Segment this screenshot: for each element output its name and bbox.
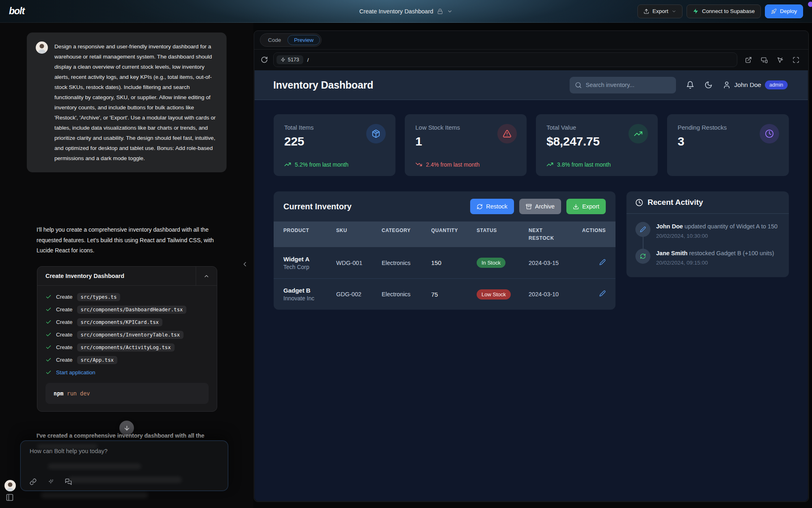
inventory-search[interactable]	[570, 77, 676, 93]
fullscreen-icon[interactable]	[793, 56, 799, 63]
search-icon	[575, 82, 582, 89]
trending-down-icon	[415, 161, 422, 168]
chat-input-box[interactable]	[20, 441, 228, 491]
pencil-icon	[635, 222, 650, 237]
recent-activity-panel: Recent Activity John Doe updated quantit…	[626, 191, 789, 277]
kpi-low-stock: Low Stock Items 1 2.4% from last month	[405, 114, 527, 176]
kpi-trend: 3.8% from last month	[546, 161, 611, 168]
notifications-bell-icon[interactable]	[686, 81, 694, 89]
notification-dot	[808, 2, 812, 7]
dashboard-title: Inventory Dashboard	[273, 79, 373, 91]
clock-icon	[635, 199, 643, 206]
project-title-menu[interactable]: Create Inventory Dashboard	[359, 0, 453, 23]
inspector-pointer-icon[interactable]	[777, 56, 784, 63]
table-row: Gadget B Innovate Inc GDG-002 Electronic…	[274, 278, 615, 310]
user-prompt-text: Design a responsive and user-friendly in…	[54, 41, 217, 163]
artifact-action: Start application	[45, 368, 209, 377]
export-button[interactable]: Export	[637, 4, 682, 18]
inventory-title: Current Inventory	[283, 202, 352, 211]
user-menu[interactable]: John Doe admin	[723, 80, 788, 89]
artifact-action: Create src/components/DashboardHeader.ts…	[45, 305, 209, 314]
browser-chrome: 5173 /	[254, 49, 808, 70]
artifact-action: Create src/components/ActivityLog.tsx	[45, 343, 209, 352]
file-chip[interactable]: src/components/ActivityLog.tsx	[77, 343, 175, 352]
discuss-mode-icon[interactable]	[65, 478, 72, 485]
sparkles-icon[interactable]	[48, 479, 54, 485]
project-title: Create Inventory Dashboard	[359, 8, 433, 15]
status-badge: Low Stock	[477, 289, 511, 300]
refresh-icon	[477, 204, 483, 210]
responsive-devices-icon[interactable]	[761, 56, 768, 63]
bolt-logo[interactable]: bolt	[9, 6, 24, 17]
check-icon	[45, 294, 52, 300]
sidebar-toggle-icon[interactable]	[6, 493, 14, 501]
account-avatar[interactable]	[4, 480, 16, 491]
user-avatar	[36, 41, 48, 54]
redacted-text	[37, 444, 98, 449]
trending-up-icon	[546, 161, 553, 168]
artifact-card: Create Inventory Dashboard Create src/ty…	[37, 266, 217, 412]
kpi-trend: 2.4% from last month	[415, 161, 479, 168]
product-cell: Widget A Tech Corp	[283, 256, 336, 270]
download-icon	[573, 204, 579, 210]
artifact-action: Create src/components/InventoryTable.tsx	[45, 330, 209, 339]
file-chip[interactable]: src/components/InventoryTable.tsx	[77, 331, 184, 339]
start-application-link[interactable]: Start application	[56, 369, 95, 376]
zap-icon	[281, 57, 285, 62]
inventory-table-header: Product SKU Category Quantity Status Nex…	[274, 221, 615, 247]
kpi-trend: 5.2% from last month	[284, 161, 348, 168]
preview-viewport: Inventory Dashboard John Doe admin Total…	[255, 70, 808, 501]
address-bar[interactable]: 5173 /	[273, 52, 737, 67]
status-badge: In Stock	[477, 258, 505, 268]
redacted-text	[41, 493, 148, 498]
open-in-new-tab-icon[interactable]	[745, 56, 752, 63]
assistant-message: I'll help you create a comprehensive inv…	[37, 225, 226, 256]
search-input[interactable]	[586, 82, 671, 88]
archive-button[interactable]: Archive	[519, 199, 561, 214]
kpi-cards: Total Items 225 5.2% from last month Low…	[274, 114, 789, 176]
connect-supabase-button[interactable]: Connect to Supabase	[687, 4, 761, 18]
user-icon	[723, 81, 731, 89]
file-chip[interactable]: src/App.tsx	[77, 356, 117, 364]
edit-pencil-icon[interactable]	[599, 259, 606, 265]
url-path: /	[307, 57, 309, 63]
tab-preview[interactable]: Preview	[287, 35, 320, 45]
terminal-command: npm run dev	[45, 383, 209, 404]
package-icon	[366, 124, 386, 143]
archive-icon	[526, 204, 532, 210]
dark-mode-toggle-icon[interactable]	[704, 81, 713, 89]
check-icon	[45, 369, 52, 376]
lock-icon	[437, 9, 443, 14]
check-icon	[45, 344, 52, 350]
collapse-chat-handle[interactable]	[241, 261, 248, 268]
clock-icon	[760, 124, 779, 143]
artifact-action: Create src/types.ts	[45, 292, 209, 302]
export-csv-button[interactable]: Export	[566, 199, 606, 214]
upload-icon	[644, 9, 649, 14]
activity-title: Recent Activity	[648, 198, 703, 207]
attach-link-icon[interactable]	[30, 478, 37, 485]
file-chip[interactable]: src/types.ts	[77, 293, 121, 301]
port-pill[interactable]: 5173	[276, 55, 303, 64]
artifact-collapse-button[interactable]	[196, 267, 217, 285]
chevron-down-icon	[447, 9, 453, 14]
file-chip[interactable]: src/components/DashboardHeader.tsx	[77, 306, 187, 314]
tab-code[interactable]: Code	[261, 35, 287, 45]
check-icon	[45, 357, 52, 363]
file-chip[interactable]: src/components/KPICard.tsx	[77, 318, 163, 326]
deploy-button[interactable]: Deploy	[765, 4, 803, 18]
check-icon	[45, 319, 52, 325]
user-message: Design a responsive and user-friendly in…	[27, 33, 227, 172]
kpi-total-items: Total Items 225 5.2% from last month	[274, 114, 395, 176]
restock-button[interactable]: Restock	[470, 199, 514, 214]
edit-pencil-icon[interactable]	[599, 290, 606, 297]
refresh-icon	[635, 249, 650, 264]
chevron-down-icon	[672, 9, 676, 14]
check-icon	[45, 332, 52, 338]
reload-icon[interactable]	[261, 56, 268, 63]
product-cell: Gadget B Innovate Inc	[283, 287, 336, 302]
redacted-text	[48, 464, 141, 469]
supabase-zap-icon	[693, 8, 699, 14]
chat-panel: Design a responsive and user-friendly in…	[0, 23, 253, 508]
role-badge: admin	[765, 80, 788, 89]
